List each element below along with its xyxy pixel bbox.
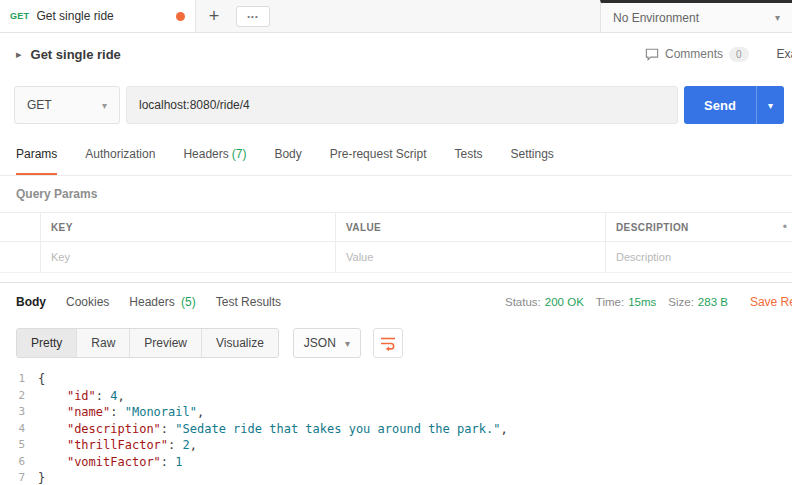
tab-body[interactable]: Body xyxy=(274,135,301,175)
environment-selector[interactable]: No Environment ▾ xyxy=(600,0,792,32)
view-mode-segmented-control: Pretty Raw Preview Visualize xyxy=(16,328,279,358)
view-mode-visualize[interactable]: Visualize xyxy=(202,329,278,357)
value-cell xyxy=(335,242,605,272)
method-label: GET xyxy=(27,98,52,112)
tab-label: Test Results xyxy=(216,295,281,309)
response-header: Body Cookies Headers (5) Test Results St… xyxy=(0,283,792,321)
response-tab-test-results[interactable]: Test Results xyxy=(216,295,281,309)
tab-label: Headers xyxy=(183,147,228,161)
tab-headers[interactable]: Headers (7) xyxy=(183,135,246,175)
tab-label: Pre-request Script xyxy=(330,147,427,161)
line-number: 4 xyxy=(0,421,38,438)
response-code[interactable]: 1{2 "id": 4,3 "name": "Monorail",4 "desc… xyxy=(0,365,792,485)
table-options-icon[interactable]: • xyxy=(783,220,787,234)
key-input[interactable] xyxy=(51,251,335,263)
title-row-actions: Comments 0 Examples xyxy=(645,33,792,75)
tab-label: Body xyxy=(16,295,46,309)
status-label: Status: xyxy=(505,296,541,308)
description-column-header: DESCRIPTION xyxy=(605,213,792,241)
request-tabs: Params Authorization Headers (7) Body Pr… xyxy=(0,135,792,176)
tab-label: Headers xyxy=(129,295,174,309)
wrap-lines-icon xyxy=(380,336,396,351)
send-button[interactable]: Send xyxy=(684,86,756,124)
key-cell xyxy=(40,242,335,272)
save-response-button[interactable]: Save Response xyxy=(750,295,792,309)
view-mode-pretty[interactable]: Pretty xyxy=(17,329,77,357)
code-line: 7} xyxy=(0,470,792,485)
tab-label: Params xyxy=(16,147,57,161)
response-tab-body[interactable]: Body xyxy=(16,295,46,309)
tab-label: Tests xyxy=(454,147,482,161)
line-number: 3 xyxy=(0,404,38,421)
chevron-down-icon: ▾ xyxy=(345,338,350,349)
tab-label: Body xyxy=(274,147,301,161)
code-line: 3 "name": "Monorail", xyxy=(0,404,792,421)
tab-label: Authorization xyxy=(85,147,155,161)
value-column-header: VALUE xyxy=(335,213,605,241)
response-toolbar: Pretty Raw Preview Visualize JSON ▾ xyxy=(0,321,792,365)
method-selector[interactable]: GET ▾ xyxy=(14,86,120,124)
response-section: Body Cookies Headers (5) Test Results St… xyxy=(0,282,792,485)
examples-button[interactable]: Examples xyxy=(777,47,792,61)
format-selector[interactable]: JSON ▾ xyxy=(293,328,361,358)
tab-title: Get single ride xyxy=(36,9,169,23)
line-number: 2 xyxy=(0,388,38,405)
chevron-down-icon: ▾ xyxy=(775,12,780,23)
tab-options-button[interactable]: ••• xyxy=(236,6,270,27)
query-params-label: Query Params xyxy=(16,187,97,201)
tab-authorization[interactable]: Authorization xyxy=(85,135,155,175)
row-checkbox-cell xyxy=(0,242,40,272)
tab-label: Cookies xyxy=(66,295,109,309)
tab-bar: GET Get single ride + ••• No Environment… xyxy=(0,0,792,33)
send-button-group: Send ▾ xyxy=(684,86,784,124)
tab-tests[interactable]: Tests xyxy=(454,135,482,175)
description-cell xyxy=(605,242,792,272)
tab-method-label: GET xyxy=(10,11,29,21)
size-value: 283 B xyxy=(698,296,728,308)
url-input[interactable] xyxy=(126,86,678,124)
wrap-lines-button[interactable] xyxy=(373,328,403,358)
line-number: 1 xyxy=(0,371,38,388)
request-tab[interactable]: GET Get single ride xyxy=(0,0,196,32)
tab-params[interactable]: Params xyxy=(16,135,57,175)
tab-count: (7) xyxy=(232,147,247,161)
request-title: Get single ride xyxy=(31,47,121,62)
postman-window: GET Get single ride + ••• No Environment… xyxy=(0,0,792,485)
request-url-row: GET ▾ Send ▾ xyxy=(0,75,792,135)
checkbox-column xyxy=(0,213,40,241)
format-label: JSON xyxy=(304,336,336,350)
line-number: 7 xyxy=(0,470,38,485)
comments-count-badge: 0 xyxy=(729,47,749,62)
tab-label: Settings xyxy=(511,147,554,161)
unsaved-indicator-dot xyxy=(176,12,185,21)
request-title-row: ▸ Get single ride Comments 0 Examples xyxy=(0,33,792,75)
new-tab-button[interactable]: + xyxy=(196,0,232,32)
comment-icon xyxy=(645,48,659,61)
tab-settings[interactable]: Settings xyxy=(511,135,554,175)
query-params-row xyxy=(0,242,792,273)
response-tab-cookies[interactable]: Cookies xyxy=(66,295,109,309)
response-meta: Status: 200 OK Time: 15ms Size: 283 B Sa… xyxy=(505,283,792,321)
view-mode-preview[interactable]: Preview xyxy=(130,329,202,357)
query-params-section: Query Params xyxy=(0,176,792,212)
code-line: 6 "vomitFactor": 1 xyxy=(0,454,792,471)
tab-pre-request-script[interactable]: Pre-request Script xyxy=(330,135,427,175)
time-label: Time: xyxy=(596,296,624,308)
chevron-down-icon: ▾ xyxy=(102,100,107,111)
status-value: 200 OK xyxy=(545,296,584,308)
comments-button[interactable]: Comments xyxy=(665,47,723,61)
value-input[interactable] xyxy=(346,251,605,263)
send-options-button[interactable]: ▾ xyxy=(756,86,784,124)
collapse-arrow-icon[interactable]: ▸ xyxy=(16,48,22,61)
size-label: Size: xyxy=(668,296,694,308)
key-column-header: KEY xyxy=(40,213,335,241)
time-value: 15ms xyxy=(628,296,656,308)
response-tab-headers[interactable]: Headers (5) xyxy=(129,295,195,309)
description-input[interactable] xyxy=(616,251,792,263)
code-line: 4 "description": "Sedate ride that takes… xyxy=(0,421,792,438)
tab-count: (5) xyxy=(181,295,196,309)
code-line: 2 "id": 4, xyxy=(0,388,792,405)
environment-label: No Environment xyxy=(613,11,699,25)
code-line: 1{ xyxy=(0,371,792,388)
view-mode-raw[interactable]: Raw xyxy=(77,329,130,357)
